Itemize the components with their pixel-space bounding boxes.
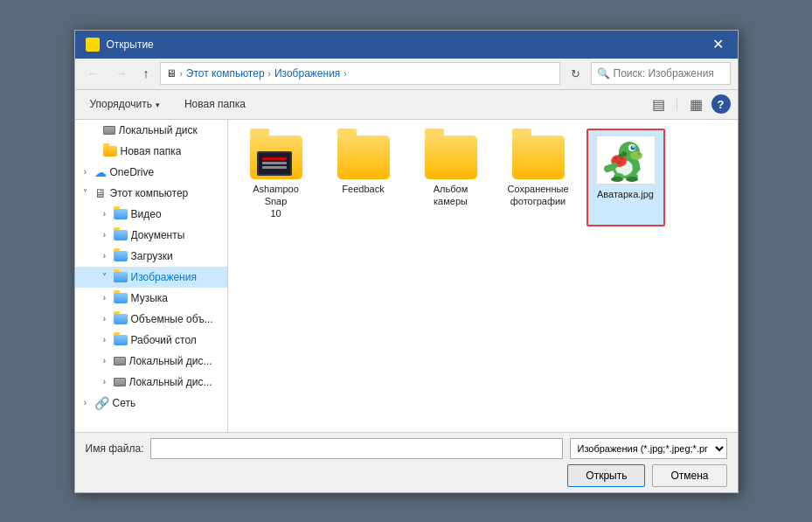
view-mode-button[interactable]: ▤ [647, 93, 670, 116]
sidebar-item-images[interactable]: ˅ Изображения [75, 267, 227, 288]
sidebar: Локальный диск Новая папка › ☁ OneDrive … [75, 120, 228, 432]
cancel-button[interactable]: Отмена [652, 464, 726, 487]
network-icon: 🔗 [94, 396, 109, 410]
expand-icon [89, 125, 100, 136]
file-area[interactable]: Ashampoo Snap 10 Feedback Альбом камеры … [228, 120, 738, 432]
sidebar-item-local-disk3[interactable]: › Локальный дис... [75, 372, 227, 393]
dialog-icon [86, 38, 100, 52]
back-button[interactable]: ← [82, 63, 105, 84]
sidebar-item-new-folder[interactable]: Новая папка [75, 141, 227, 162]
expand-icon: › [100, 356, 110, 366]
bottom-bar: Имя файла: Изображения (*.jpg;*.jpeg;*.p… [75, 432, 738, 492]
file-thumbnail [596, 136, 656, 184]
files-grid: Ashampoo Snap 10 Feedback Альбом камеры … [237, 129, 729, 227]
breadcrumb-pc[interactable]: Этот компьютер [186, 67, 265, 80]
up-button[interactable]: ↑ [138, 63, 155, 84]
cloud-icon: ☁ [94, 165, 107, 179]
svg-point-12 [617, 161, 621, 164]
expand-icon: › [100, 251, 110, 261]
sidebar-item-documents[interactable]: › Документы [75, 225, 227, 246]
list-item[interactable]: Сохраненные фотографии [499, 129, 578, 227]
folder-icon-large [425, 136, 477, 179]
open-dialog: Открытие ✕ ← → ↑ 🖥 › Этот компьютер › Из… [74, 30, 739, 493]
search-bar[interactable]: 🔍 [591, 62, 731, 85]
svg-point-10 [614, 157, 618, 160]
expand-icon: ˅ [80, 188, 91, 198]
buttons-row: Открыть Отмена [86, 464, 727, 487]
help-button[interactable]: ? [711, 94, 731, 114]
expand-icon: › [100, 230, 110, 240]
sidebar-item-video[interactable]: › Видео [75, 204, 227, 225]
new-folder-button[interactable]: Новая папка [177, 94, 253, 114]
navigation-toolbar: ← → ↑ 🖥 › Этот компьютер › Изображения ›… [75, 59, 738, 90]
list-item[interactable]: Аватарка.jpg [586, 129, 665, 227]
title-bar-left: Открытие [86, 38, 154, 52]
organize-dropdown-arrow: ▾ [156, 101, 160, 109]
folder-icon [114, 335, 128, 345]
forward-button[interactable]: → [110, 63, 133, 84]
action-bar: Упорядочить▾ Новая папка ▤ │ ▦ ? [75, 90, 738, 120]
folder-icon-large [337, 136, 390, 179]
main-content: Локальный диск Новая папка › ☁ OneDrive … [75, 120, 738, 432]
drive-icon [114, 357, 126, 365]
folder-icon [114, 251, 128, 261]
file-label: Аватарка.jpg [597, 188, 654, 200]
expand-icon: › [80, 398, 91, 408]
title-bar: Открытие ✕ [75, 31, 738, 59]
action-left: Упорядочить▾ Новая папка [82, 94, 253, 114]
file-label: Сохраненные фотографии [507, 183, 568, 208]
yoshi-image [601, 138, 650, 182]
sidebar-item-local-disk[interactable]: Локальный диск [75, 120, 227, 141]
sidebar-item-3d-objects[interactable]: › Объемные объ... [75, 309, 227, 330]
folder-icon [114, 209, 128, 219]
svg-point-22 [604, 165, 611, 172]
search-icon: 🔍 [597, 67, 610, 80]
refresh-button[interactable]: ↻ [566, 64, 586, 84]
expand-icon: › [100, 377, 110, 387]
drive-icon [114, 378, 126, 386]
view-separator: │ [674, 98, 681, 110]
breadcrumb-separator2: › [268, 69, 271, 79]
sidebar-item-music[interactable]: › Музыка [75, 288, 227, 309]
sidebar-item-network[interactable]: › 🔗 Сеть [75, 393, 227, 414]
folder-icon-large [512, 136, 565, 179]
sidebar-item-onedrive[interactable]: › ☁ OneDrive [75, 162, 227, 183]
view-mode-button2[interactable]: ▦ [684, 93, 708, 116]
close-button[interactable]: ✕ [710, 36, 727, 53]
folder-icon-large [250, 136, 302, 179]
list-item[interactable]: Ashampoo Snap 10 [237, 129, 316, 227]
expand-icon: › [100, 335, 110, 345]
svg-point-6 [638, 153, 640, 155]
svg-point-20 [618, 153, 622, 157]
sidebar-item-this-pc[interactable]: ˅ 🖥 Этот компьютер [75, 183, 227, 204]
breadcrumb-icon: 🖥 [166, 67, 177, 80]
expand-icon: › [80, 167, 91, 177]
breadcrumb: 🖥 › Этот компьютер › Изображения › [160, 62, 560, 85]
drive-icon [103, 126, 115, 135]
filename-input[interactable] [150, 438, 562, 459]
folder-icon [103, 146, 117, 157]
expand-icon: ˅ [100, 272, 110, 282]
list-item[interactable]: Feedback [324, 129, 403, 227]
folder-icon [114, 293, 128, 303]
expand-icon: › [100, 293, 110, 303]
svg-point-5 [632, 146, 634, 148]
file-label: Альбом камеры [419, 183, 483, 208]
action-right: ▤ │ ▦ ? [647, 93, 731, 116]
sidebar-item-desktop[interactable]: › Рабочий стол [75, 330, 227, 351]
sidebar-item-downloads[interactable]: › Загрузки [75, 246, 227, 267]
folder-icon [114, 314, 128, 324]
filetype-select[interactable]: Изображения (*.jpg;*.jpeg;*.pr [570, 438, 727, 459]
sidebar-item-local-disk2[interactable]: › Локальный дис... [75, 351, 227, 372]
filename-label: Имя файла: [86, 442, 144, 455]
list-item[interactable]: Альбом камеры [412, 129, 490, 227]
breadcrumb-images[interactable]: Изображения [274, 67, 340, 80]
svg-point-16 [626, 177, 638, 182]
organize-button[interactable]: Упорядочить▾ [82, 94, 168, 114]
folder-icon [114, 230, 128, 240]
expand-icon [89, 146, 100, 157]
filename-row: Имя файла: Изображения (*.jpg;*.jpeg;*.p… [86, 438, 727, 459]
open-button[interactable]: Открыть [567, 464, 645, 487]
svg-point-15 [611, 177, 623, 182]
search-input[interactable] [614, 67, 725, 80]
